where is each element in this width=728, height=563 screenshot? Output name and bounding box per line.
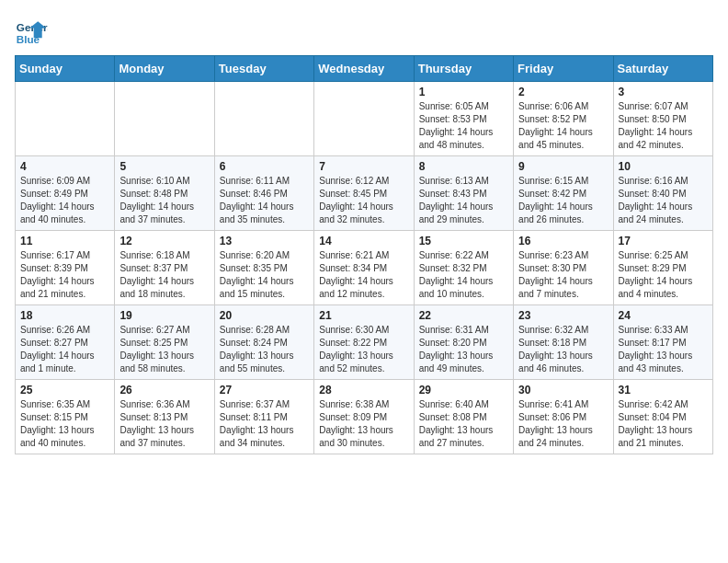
day-info: Sunrise: 6:22 AM Sunset: 8:32 PM Dayligh… [419, 249, 508, 301]
day-number: 23 [518, 309, 608, 322]
day-info: Sunrise: 6:27 AM Sunset: 8:25 PM Dayligh… [119, 324, 209, 375]
day-number: 11 [20, 235, 109, 247]
day-cell [214, 82, 313, 156]
day-cell: 31Sunrise: 6:42 AM Sunset: 8:04 PM Dayli… [613, 380, 712, 454]
day-info: Sunrise: 6:32 AM Sunset: 8:18 PM Dayligh… [518, 324, 608, 375]
day-cell: 14Sunrise: 6:21 AM Sunset: 8:34 PM Dayli… [314, 231, 414, 305]
day-info: Sunrise: 6:26 AM Sunset: 8:27 PM Dayligh… [20, 324, 109, 375]
day-number: 22 [419, 309, 508, 322]
day-cell: 27Sunrise: 6:37 AM Sunset: 8:11 PM Dayli… [214, 380, 313, 454]
day-number: 31 [619, 384, 708, 396]
day-number: 2 [518, 86, 608, 98]
day-cell: 20Sunrise: 6:28 AM Sunset: 8:24 PM Dayli… [214, 305, 313, 380]
calendar: SundayMondayTuesdayWednesdayThursdayFrid… [15, 55, 713, 454]
day-info: Sunrise: 6:21 AM Sunset: 8:34 PM Dayligh… [319, 249, 408, 301]
day-cell: 28Sunrise: 6:38 AM Sunset: 8:09 PM Dayli… [314, 380, 414, 454]
day-info: Sunrise: 6:23 AM Sunset: 8:30 PM Dayligh… [518, 249, 608, 301]
weekday-header-sunday: Sunday [16, 56, 115, 82]
header: General Blue [15, 15, 713, 48]
day-number: 27 [220, 384, 309, 396]
day-cell: 12Sunrise: 6:18 AM Sunset: 8:37 PM Dayli… [115, 231, 214, 305]
weekday-header-monday: Monday [115, 56, 214, 82]
day-cell: 6Sunrise: 6:11 AM Sunset: 8:46 PM Daylig… [214, 156, 313, 231]
day-info: Sunrise: 6:15 AM Sunset: 8:42 PM Dayligh… [518, 175, 608, 226]
weekday-header-wednesday: Wednesday [314, 56, 414, 82]
day-number: 29 [419, 384, 508, 396]
day-number: 4 [20, 160, 109, 173]
day-info: Sunrise: 6:07 AM Sunset: 8:50 PM Dayligh… [619, 100, 708, 152]
day-cell: 29Sunrise: 6:40 AM Sunset: 8:08 PM Dayli… [414, 380, 513, 454]
day-info: Sunrise: 6:06 AM Sunset: 8:52 PM Dayligh… [518, 100, 608, 152]
day-number: 6 [220, 160, 309, 173]
day-cell [115, 82, 214, 156]
weekday-header-row: SundayMondayTuesdayWednesdayThursdayFrid… [16, 56, 713, 82]
day-number: 13 [220, 235, 309, 247]
day-info: Sunrise: 6:11 AM Sunset: 8:46 PM Dayligh… [220, 175, 309, 226]
day-number: 30 [518, 384, 608, 396]
day-number: 14 [319, 235, 408, 247]
day-info: Sunrise: 6:33 AM Sunset: 8:17 PM Dayligh… [619, 324, 708, 375]
day-number: 10 [619, 160, 708, 173]
day-number: 9 [518, 160, 608, 173]
day-number: 18 [20, 309, 109, 322]
day-info: Sunrise: 6:40 AM Sunset: 8:08 PM Dayligh… [419, 398, 508, 450]
week-row-1: 1Sunrise: 6:05 AM Sunset: 8:53 PM Daylig… [16, 82, 713, 156]
logo: General Blue [15, 15, 48, 48]
day-number: 5 [119, 160, 209, 173]
day-cell: 22Sunrise: 6:31 AM Sunset: 8:20 PM Dayli… [414, 305, 513, 380]
weekday-header-friday: Friday [514, 56, 613, 82]
day-info: Sunrise: 6:30 AM Sunset: 8:22 PM Dayligh… [319, 324, 408, 375]
day-info: Sunrise: 6:28 AM Sunset: 8:24 PM Dayligh… [220, 324, 309, 375]
day-info: Sunrise: 6:41 AM Sunset: 8:06 PM Dayligh… [518, 398, 608, 450]
day-cell: 4Sunrise: 6:09 AM Sunset: 8:49 PM Daylig… [16, 156, 115, 231]
day-cell: 1Sunrise: 6:05 AM Sunset: 8:53 PM Daylig… [414, 82, 513, 156]
day-number: 8 [419, 160, 508, 173]
day-cell [16, 82, 115, 156]
day-number: 25 [20, 384, 109, 396]
day-info: Sunrise: 6:12 AM Sunset: 8:45 PM Dayligh… [319, 175, 408, 226]
logo-icon: General Blue [15, 15, 48, 48]
day-info: Sunrise: 6:10 AM Sunset: 8:48 PM Dayligh… [119, 175, 209, 226]
day-number: 26 [119, 384, 209, 396]
day-cell: 3Sunrise: 6:07 AM Sunset: 8:50 PM Daylig… [613, 82, 712, 156]
day-cell: 2Sunrise: 6:06 AM Sunset: 8:52 PM Daylig… [514, 82, 613, 156]
day-info: Sunrise: 6:13 AM Sunset: 8:43 PM Dayligh… [419, 175, 508, 226]
day-number: 28 [319, 384, 408, 396]
day-number: 21 [319, 309, 408, 322]
day-cell: 16Sunrise: 6:23 AM Sunset: 8:30 PM Dayli… [514, 231, 613, 305]
weekday-header-thursday: Thursday [414, 56, 513, 82]
day-cell: 10Sunrise: 6:16 AM Sunset: 8:40 PM Dayli… [613, 156, 712, 231]
day-number: 24 [619, 309, 708, 322]
day-cell [314, 82, 414, 156]
day-cell: 30Sunrise: 6:41 AM Sunset: 8:06 PM Dayli… [514, 380, 613, 454]
week-row-3: 11Sunrise: 6:17 AM Sunset: 8:39 PM Dayli… [16, 231, 713, 305]
day-info: Sunrise: 6:20 AM Sunset: 8:35 PM Dayligh… [220, 249, 309, 301]
day-cell: 18Sunrise: 6:26 AM Sunset: 8:27 PM Dayli… [16, 305, 115, 380]
day-cell: 15Sunrise: 6:22 AM Sunset: 8:32 PM Dayli… [414, 231, 513, 305]
week-row-2: 4Sunrise: 6:09 AM Sunset: 8:49 PM Daylig… [16, 156, 713, 231]
day-number: 16 [518, 235, 608, 247]
day-cell: 5Sunrise: 6:10 AM Sunset: 8:48 PM Daylig… [115, 156, 214, 231]
day-cell: 21Sunrise: 6:30 AM Sunset: 8:22 PM Dayli… [314, 305, 414, 380]
day-info: Sunrise: 6:42 AM Sunset: 8:04 PM Dayligh… [619, 398, 708, 450]
day-cell: 11Sunrise: 6:17 AM Sunset: 8:39 PM Dayli… [16, 231, 115, 305]
day-number: 12 [119, 235, 209, 247]
weekday-header-saturday: Saturday [613, 56, 712, 82]
day-info: Sunrise: 6:37 AM Sunset: 8:11 PM Dayligh… [220, 398, 309, 450]
day-info: Sunrise: 6:17 AM Sunset: 8:39 PM Dayligh… [20, 249, 109, 301]
day-info: Sunrise: 6:18 AM Sunset: 8:37 PM Dayligh… [119, 249, 209, 301]
day-info: Sunrise: 6:36 AM Sunset: 8:13 PM Dayligh… [119, 398, 209, 450]
day-info: Sunrise: 6:31 AM Sunset: 8:20 PM Dayligh… [419, 324, 508, 375]
day-number: 7 [319, 160, 408, 173]
day-number: 17 [619, 235, 708, 247]
day-cell: 8Sunrise: 6:13 AM Sunset: 8:43 PM Daylig… [414, 156, 513, 231]
day-info: Sunrise: 6:05 AM Sunset: 8:53 PM Dayligh… [419, 100, 508, 152]
day-number: 20 [220, 309, 309, 322]
week-row-4: 18Sunrise: 6:26 AM Sunset: 8:27 PM Dayli… [16, 305, 713, 380]
week-row-5: 25Sunrise: 6:35 AM Sunset: 8:15 PM Dayli… [16, 380, 713, 454]
day-cell: 24Sunrise: 6:33 AM Sunset: 8:17 PM Dayli… [613, 305, 712, 380]
day-cell: 23Sunrise: 6:32 AM Sunset: 8:18 PM Dayli… [514, 305, 613, 380]
day-cell: 26Sunrise: 6:36 AM Sunset: 8:13 PM Dayli… [115, 380, 214, 454]
day-number: 1 [419, 86, 508, 98]
day-number: 19 [119, 309, 209, 322]
